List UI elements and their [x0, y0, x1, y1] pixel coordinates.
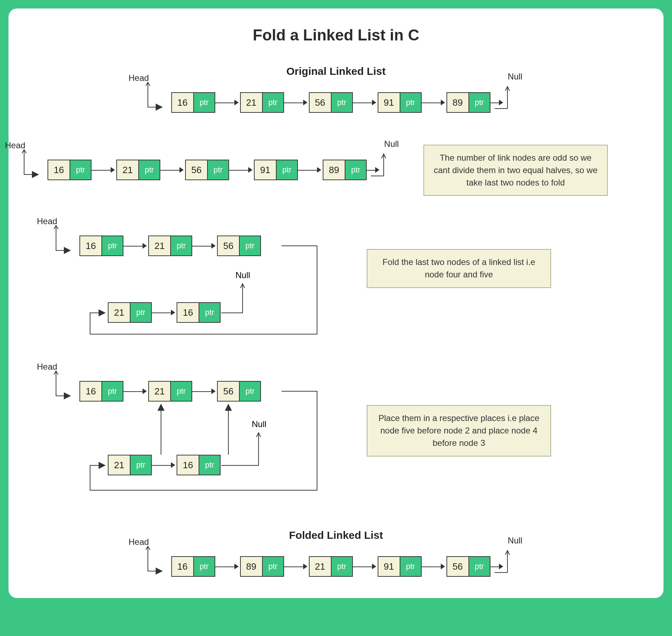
arrow-icon: [123, 381, 148, 402]
null-label: Null: [384, 139, 399, 149]
head-marker: Head: [23, 145, 48, 180]
node-ptr: ptr: [139, 160, 160, 179]
list-node: 21ptr: [148, 381, 192, 402]
list-node: 56ptr: [446, 556, 490, 577]
node-ptr: ptr: [345, 160, 366, 179]
list-node: 89ptr: [446, 92, 490, 113]
arrow-to-null: [490, 556, 505, 577]
node-value: 21: [241, 93, 263, 112]
node-value: 56: [218, 236, 240, 255]
node-ptr: ptr: [240, 382, 260, 401]
node-ptr: ptr: [332, 557, 352, 576]
node-ptr: ptr: [263, 93, 283, 112]
node-ptr: ptr: [130, 303, 151, 322]
caption-step2: Fold the last two nodes of a linked list…: [367, 249, 551, 288]
node-value: 91: [378, 93, 400, 112]
node-value: 21: [149, 236, 171, 255]
node-ptr: ptr: [194, 557, 215, 576]
arrow-icon: [192, 381, 217, 402]
node-value: 89: [447, 93, 469, 112]
original-nodes: 16ptr21ptr56ptr91ptr89ptr: [171, 92, 490, 113]
arrow-icon: [298, 160, 323, 180]
arrow-icon: [123, 236, 148, 256]
head-marker: Head: [55, 366, 79, 402]
node-ptr: ptr: [194, 93, 215, 112]
step2-top-nodes: 16ptr21ptr56ptr: [79, 236, 261, 256]
node-value: 16: [172, 93, 194, 112]
node-value: 21: [109, 455, 130, 475]
list-node: 89ptr: [323, 160, 367, 180]
node-ptr: ptr: [400, 557, 421, 576]
node-ptr: ptr: [332, 93, 352, 112]
arrow-icon: [160, 160, 185, 180]
list-node: 21ptr: [116, 160, 160, 180]
list-node: 16ptr: [48, 160, 91, 180]
head-label: Head: [129, 537, 149, 547]
list-node: 16ptr: [177, 302, 221, 323]
step3: Head 16ptr21ptr56ptr 21ptr16ptr Null: [26, 366, 646, 497]
null-marker: Null: [505, 541, 526, 577]
null-label: Null: [508, 536, 522, 546]
step3-top-nodes: 16ptr21ptr56ptr: [79, 381, 261, 402]
list-node: 16ptr: [79, 381, 123, 402]
arrow-icon: [353, 556, 378, 577]
caption-step3: Place them in a respective places i.e pl…: [367, 405, 551, 456]
list-node: 91ptr: [378, 92, 422, 113]
node-value: 89: [241, 557, 263, 576]
node-ptr: ptr: [208, 160, 228, 179]
null-marker: Null: [505, 77, 526, 113]
head-label: Head: [129, 73, 149, 83]
list-node: 56ptr: [217, 381, 261, 402]
arrow-icon: [152, 455, 177, 475]
list-node: 21ptr: [240, 92, 284, 113]
list-node: 21ptr: [108, 302, 152, 323]
list-node: 16ptr: [171, 556, 215, 577]
caption-step1: The number of link nodes are odd so we c…: [423, 145, 608, 196]
step1-list-row: Head 16ptr21ptr56ptr91ptr89ptr Null: [23, 145, 402, 180]
head-marker: Head: [55, 221, 79, 256]
node-value: 91: [255, 160, 277, 179]
node-value: 16: [80, 236, 102, 255]
list-node: 56ptr: [309, 92, 353, 113]
step1: Head 16ptr21ptr56ptr91ptr89ptr Null The …: [26, 145, 646, 196]
original-section: Original Linked List Head 16ptr21ptr56pt…: [26, 65, 646, 113]
step1-nodes: 16ptr21ptr56ptr91ptr89ptr: [48, 160, 367, 180]
node-ptr: ptr: [469, 557, 490, 576]
arrow-icon: [192, 236, 217, 256]
node-value: 16: [48, 160, 70, 179]
node-ptr: ptr: [70, 160, 91, 179]
node-ptr: ptr: [240, 236, 260, 255]
folded-nodes: 16ptr89ptr21ptr91ptr56ptr: [171, 556, 490, 577]
node-value: 21: [117, 160, 139, 179]
page-container: Fold a Linked List in C Original Linked …: [9, 9, 663, 598]
head-marker: Head: [146, 77, 171, 113]
node-ptr: ptr: [469, 93, 490, 112]
node-value: 21: [149, 382, 171, 401]
head-marker: Head: [146, 541, 171, 577]
node-value: 16: [177, 455, 199, 475]
node-value: 16: [172, 557, 194, 576]
arrow-icon: [422, 556, 446, 577]
arrow-icon: [91, 160, 116, 180]
page-title: Fold a Linked List in C: [26, 26, 646, 44]
node-ptr: ptr: [400, 93, 421, 112]
step3-bottom-nodes: 21ptr16ptr: [108, 455, 221, 475]
folded-list-row: Head 16ptr89ptr21ptr91ptr56ptr Null: [146, 541, 526, 577]
node-ptr: ptr: [130, 455, 151, 475]
step2: Head 16ptr21ptr56ptr 21ptr16ptr Null: [26, 221, 646, 341]
node-value: 56: [447, 557, 469, 576]
node-value: 21: [109, 303, 130, 322]
original-title: Original Linked List: [26, 65, 646, 77]
arrow-icon: [422, 92, 446, 113]
node-ptr: ptr: [102, 236, 123, 255]
list-node: 91ptr: [254, 160, 298, 180]
head-label: Head: [37, 362, 57, 372]
arrow-icon: [353, 92, 378, 113]
head-label: Head: [5, 140, 25, 150]
node-value: 16: [177, 303, 199, 322]
arrow-icon: [215, 92, 240, 113]
list-node: 16ptr: [79, 236, 123, 256]
list-node: 91ptr: [378, 556, 422, 577]
null-label: Null: [252, 419, 266, 429]
step2-bottom-nodes: 21ptr16ptr: [108, 302, 221, 323]
